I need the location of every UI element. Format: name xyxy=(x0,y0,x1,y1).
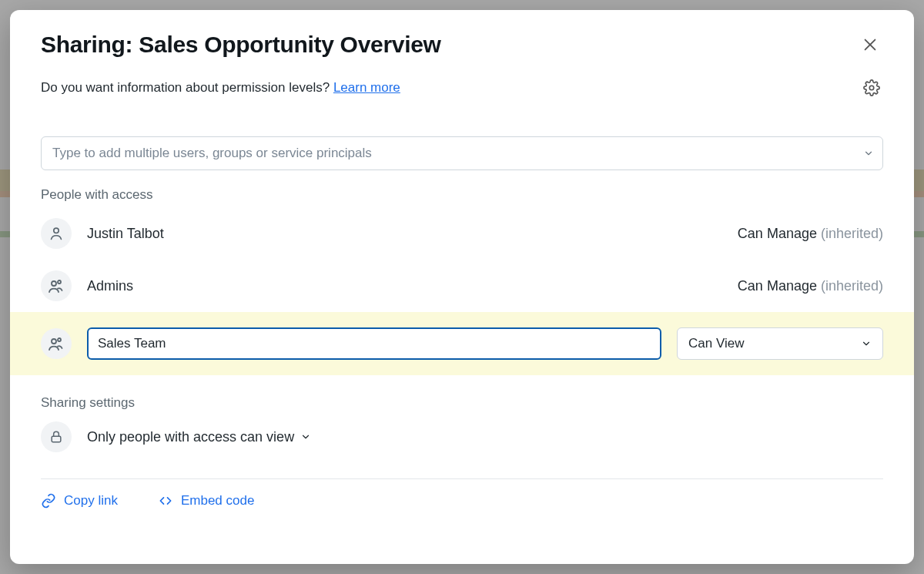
svg-point-4 xyxy=(52,281,56,286)
access-row: Justin Talbot Can Manage (inherited) xyxy=(10,207,914,260)
sharing-settings-label: Sharing settings xyxy=(41,395,883,411)
chevron-down-icon xyxy=(300,431,311,442)
svg-point-5 xyxy=(58,280,61,284)
permission-text: Can Manage (inherited) xyxy=(738,226,883,242)
svg-point-7 xyxy=(58,338,61,341)
link-icon xyxy=(41,493,56,509)
embed-code-button[interactable]: Embed code xyxy=(158,493,254,509)
sharing-modal: Sharing: Sales Opportunity Overview Do y… xyxy=(10,10,914,564)
close-button[interactable] xyxy=(857,32,883,58)
add-principals-input[interactable] xyxy=(41,136,883,170)
permission-info-text: Do you want information about permission… xyxy=(41,80,400,96)
principal-name: Admins xyxy=(87,278,722,294)
people-with-access-label: People with access xyxy=(10,170,914,207)
lock-badge xyxy=(41,421,72,452)
access-row: Admins Can Manage (inherited) xyxy=(10,260,914,312)
lock-icon xyxy=(49,429,64,445)
modal-title: Sharing: Sales Opportunity Overview xyxy=(41,32,441,58)
svg-point-6 xyxy=(52,339,56,344)
svg-rect-8 xyxy=(52,436,61,442)
modal-footer: Copy link Embed code xyxy=(41,478,883,529)
learn-more-link[interactable]: Learn more xyxy=(333,80,400,95)
svg-point-2 xyxy=(869,86,874,90)
principal-name-input[interactable] xyxy=(87,327,661,360)
group-icon xyxy=(47,334,65,353)
avatar xyxy=(41,328,72,359)
close-icon xyxy=(862,36,879,53)
person-icon xyxy=(48,225,65,242)
sharing-scope-select[interactable]: Only people with access can view xyxy=(87,429,311,445)
chevron-down-icon xyxy=(861,338,872,349)
group-icon xyxy=(47,277,65,295)
avatar xyxy=(41,218,72,249)
svg-point-3 xyxy=(54,228,59,233)
access-list: Justin Talbot Can Manage (inherited) Adm… xyxy=(10,207,914,375)
settings-button[interactable] xyxy=(860,76,883,99)
gear-icon xyxy=(863,79,880,96)
copy-link-button[interactable]: Copy link xyxy=(41,493,118,509)
principal-name: Justin Talbot xyxy=(87,226,722,242)
permission-select[interactable]: Can View xyxy=(677,327,883,360)
access-row-editing: Can View xyxy=(10,312,914,375)
permission-text: Can Manage (inherited) xyxy=(738,278,883,294)
code-icon xyxy=(158,493,173,509)
avatar xyxy=(41,270,72,301)
